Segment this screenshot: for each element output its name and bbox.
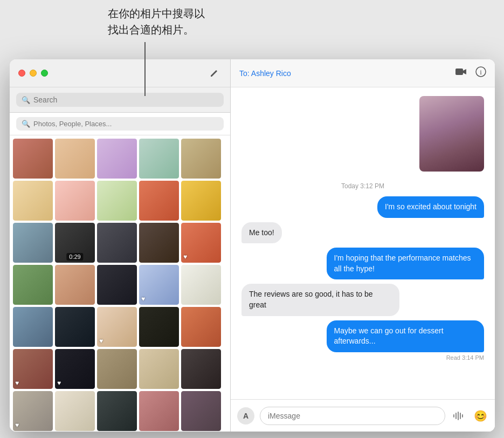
photo-row-6: ♥	[13, 391, 227, 431]
heart-icon: ♥	[15, 421, 19, 429]
photo-thumb-0-0[interactable]	[13, 139, 53, 179]
photos-search-icon: 🔍	[22, 120, 30, 128]
tooltip-line2: 找出合適的相片。	[108, 22, 205, 38]
photo-thumb-3-1[interactable]	[55, 265, 95, 305]
chat-to-label: To: Ashley Rico	[239, 69, 291, 78]
thumb-bg	[181, 181, 221, 221]
video-duration-badge: 0:29	[66, 253, 83, 261]
close-button[interactable]	[18, 70, 25, 77]
left-panel: 🔍 🔍 0:29♥♥♥♥♥♥	[10, 59, 231, 432]
photo-row-4: ♥	[13, 307, 227, 347]
heart-icon: ♥	[57, 379, 61, 387]
thumb-bg	[13, 139, 53, 179]
photo-thumb-2-3[interactable]	[139, 223, 179, 263]
compose-button[interactable]	[206, 66, 222, 81]
thumb-bg	[13, 181, 53, 221]
photo-thumb-4-0[interactable]	[13, 307, 53, 347]
photo-thumb-3-3[interactable]: ♥	[139, 265, 179, 305]
search-bar: 🔍	[10, 87, 230, 113]
photo-thumb-0-1[interactable]	[55, 139, 95, 179]
svg-rect-4	[455, 413, 457, 419]
thumb-bg	[97, 391, 137, 431]
thumb-bg	[139, 391, 179, 431]
photo-thumb-2-4[interactable]: ♥	[181, 223, 221, 263]
photo-thumb-4-3[interactable]	[139, 307, 179, 347]
photo-thumb-0-3[interactable]	[139, 139, 179, 179]
photo-thumb-4-2[interactable]: ♥	[97, 307, 137, 347]
thumb-bg	[181, 307, 221, 347]
svg-rect-7	[462, 414, 463, 418]
photo-thumb-1-4[interactable]	[181, 181, 221, 221]
photo-thumb-6-0[interactable]: ♥	[13, 391, 53, 431]
read-receipt: Read 3:14 PM	[446, 354, 484, 361]
video-call-icon[interactable]	[455, 67, 467, 79]
thumb-bg	[13, 223, 53, 263]
messages-window: 🔍 🔍 0:29♥♥♥♥♥♥ To: Ashley Rico	[10, 59, 495, 432]
input-bar: A 😊	[231, 399, 495, 432]
message-input[interactable]	[260, 407, 445, 425]
thumb-bg	[139, 307, 179, 347]
thumb-bg	[55, 139, 95, 179]
svg-rect-3	[453, 414, 454, 418]
tooltip-annotation: 在你的相片中搜尋以 找出合適的相片。	[108, 5, 205, 38]
photo-thumb-4-4[interactable]	[181, 307, 221, 347]
message-bubble-2: Me too!	[241, 222, 282, 244]
photo-thumb-5-3[interactable]	[139, 349, 179, 389]
thumb-bg	[181, 391, 221, 431]
photos-search-input[interactable]	[33, 120, 218, 128]
tooltip-pointer-line	[144, 42, 146, 96]
photo-row-1	[13, 181, 227, 221]
svg-rect-5	[458, 412, 459, 420]
photo-thumb-0-2[interactable]	[97, 139, 137, 179]
photo-thumb-6-4[interactable]	[181, 391, 221, 431]
photo-thumb-3-0[interactable]	[13, 265, 53, 305]
photo-thumb-3-4[interactable]	[181, 265, 221, 305]
photo-thumb-6-1[interactable]	[55, 391, 95, 431]
search-icon: 🔍	[22, 96, 30, 104]
photo-thumb-1-2[interactable]	[97, 181, 137, 221]
photo-thumb-5-1[interactable]: ♥	[55, 349, 95, 389]
photo-thumb-3-2[interactable]	[97, 265, 137, 305]
search-input[interactable]	[33, 95, 218, 104]
photo-row-5: ♥♥	[13, 349, 227, 389]
photo-thumb-1-1[interactable]	[55, 181, 95, 221]
photo-thumb-2-2[interactable]	[97, 223, 137, 263]
svg-text:i: i	[480, 68, 482, 76]
info-icon[interactable]: i	[475, 66, 486, 80]
chat-icons: i	[455, 66, 486, 80]
emoji-button[interactable]: 😊	[472, 408, 488, 424]
photos-search-wrap: 🔍	[16, 117, 224, 131]
photo-thumb-0-4[interactable]	[181, 139, 221, 179]
photo-row-3: ♥	[13, 265, 227, 305]
thumb-bg	[181, 349, 221, 389]
photo-thumb-2-1[interactable]: 0:29	[55, 223, 95, 263]
thumb-bg	[97, 349, 137, 389]
photos-search-bar: 🔍	[10, 113, 230, 135]
message-bubble-4: The reviews are so good, it has to be gr…	[241, 284, 399, 316]
photo-thumb-4-1[interactable]	[55, 307, 95, 347]
photo-thumb-6-2[interactable]	[97, 391, 137, 431]
thumb-bg	[13, 307, 53, 347]
photo-thumb-2-0[interactable]	[13, 223, 53, 263]
app-store-button[interactable]: A	[237, 407, 254, 425]
photo-thumb-1-3[interactable]	[139, 181, 179, 221]
thumb-bg	[55, 307, 95, 347]
thumb-bg	[13, 265, 53, 305]
thumb-bg	[139, 223, 179, 263]
photo-thumb-5-2[interactable]	[97, 349, 137, 389]
maximize-button[interactable]	[41, 70, 48, 77]
contact-name: Ashley Rico	[251, 69, 291, 78]
audio-button[interactable]	[451, 408, 467, 424]
photo-thumb-5-0[interactable]: ♥	[13, 349, 53, 389]
emoji-icon: 😊	[474, 409, 487, 422]
thumb-bg	[139, 139, 179, 179]
contact-photo	[419, 96, 484, 172]
message-timestamp: Today 3:12 PM	[241, 182, 484, 190]
photo-thumb-6-3[interactable]	[139, 391, 179, 431]
svg-rect-6	[460, 413, 461, 419]
photo-thumb-1-0[interactable]	[13, 181, 53, 221]
svg-rect-0	[455, 69, 463, 75]
minimize-button[interactable]	[30, 70, 37, 77]
photo-thumb-5-4[interactable]	[181, 349, 221, 389]
heart-icon: ♥	[183, 253, 187, 261]
